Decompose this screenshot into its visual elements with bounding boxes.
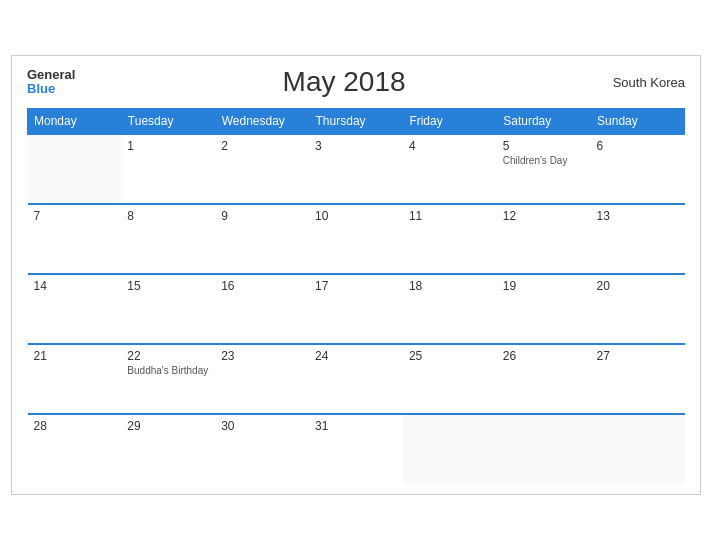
weekday-header-sunday: Sunday (591, 109, 685, 135)
day-cell: 21 (28, 344, 122, 414)
calendar-title: May 2018 (283, 66, 406, 98)
day-cell: 3 (309, 134, 403, 204)
weekday-header-friday: Friday (403, 109, 497, 135)
week-row-5: 28293031 (28, 414, 685, 484)
day-cell (403, 414, 497, 484)
day-cell (497, 414, 591, 484)
logo-blue-text: Blue (27, 82, 75, 96)
day-number: 10 (315, 209, 397, 223)
week-row-4: 2122Buddha's Birthday2324252627 (28, 344, 685, 414)
day-number: 20 (597, 279, 679, 293)
day-number: 11 (409, 209, 491, 223)
day-cell: 4 (403, 134, 497, 204)
day-cell: 12 (497, 204, 591, 274)
day-number: 28 (34, 419, 116, 433)
day-number: 6 (597, 139, 679, 153)
day-cell: 20 (591, 274, 685, 344)
day-number: 24 (315, 349, 397, 363)
day-number: 22 (127, 349, 209, 363)
calendar-country: South Korea (613, 75, 685, 90)
day-cell: 1 (121, 134, 215, 204)
calendar-container: General Blue May 2018 South Korea Monday… (11, 55, 701, 495)
day-cell: 28 (28, 414, 122, 484)
day-number: 25 (409, 349, 491, 363)
day-cell: 18 (403, 274, 497, 344)
day-number: 31 (315, 419, 397, 433)
day-cell: 15 (121, 274, 215, 344)
day-number: 7 (34, 209, 116, 223)
day-number: 14 (34, 279, 116, 293)
day-cell: 9 (215, 204, 309, 274)
weekday-header-saturday: Saturday (497, 109, 591, 135)
day-number: 4 (409, 139, 491, 153)
logo-general-text: General (27, 68, 75, 82)
day-cell (591, 414, 685, 484)
day-number: 29 (127, 419, 209, 433)
day-number: 23 (221, 349, 303, 363)
day-cell: 26 (497, 344, 591, 414)
day-cell: 31 (309, 414, 403, 484)
event-text: Buddha's Birthday (127, 365, 209, 377)
day-number: 2 (221, 139, 303, 153)
day-number: 17 (315, 279, 397, 293)
day-number: 13 (597, 209, 679, 223)
day-cell: 16 (215, 274, 309, 344)
weekday-header-row: MondayTuesdayWednesdayThursdayFridaySatu… (28, 109, 685, 135)
day-cell: 22Buddha's Birthday (121, 344, 215, 414)
event-text: Children's Day (503, 155, 585, 167)
weekday-header-tuesday: Tuesday (121, 109, 215, 135)
day-cell: 13 (591, 204, 685, 274)
day-cell: 7 (28, 204, 122, 274)
weekday-header-monday: Monday (28, 109, 122, 135)
day-number: 30 (221, 419, 303, 433)
day-cell: 10 (309, 204, 403, 274)
day-number: 12 (503, 209, 585, 223)
day-number: 1 (127, 139, 209, 153)
day-number: 27 (597, 349, 679, 363)
day-cell: 25 (403, 344, 497, 414)
calendar-header: General Blue May 2018 South Korea (27, 66, 685, 98)
weekday-header-wednesday: Wednesday (215, 109, 309, 135)
calendar-grid: MondayTuesdayWednesdayThursdayFridaySatu… (27, 108, 685, 484)
day-number: 16 (221, 279, 303, 293)
day-number: 26 (503, 349, 585, 363)
day-cell: 11 (403, 204, 497, 274)
day-cell: 24 (309, 344, 403, 414)
day-number: 8 (127, 209, 209, 223)
week-row-3: 14151617181920 (28, 274, 685, 344)
day-cell: 14 (28, 274, 122, 344)
day-number: 18 (409, 279, 491, 293)
week-row-1: 12345Children's Day6 (28, 134, 685, 204)
day-number: 5 (503, 139, 585, 153)
day-cell: 2 (215, 134, 309, 204)
day-number: 3 (315, 139, 397, 153)
week-row-2: 78910111213 (28, 204, 685, 274)
day-cell (28, 134, 122, 204)
weekday-header-thursday: Thursday (309, 109, 403, 135)
day-number: 9 (221, 209, 303, 223)
day-cell: 5Children's Day (497, 134, 591, 204)
day-cell: 30 (215, 414, 309, 484)
day-cell: 23 (215, 344, 309, 414)
day-cell: 8 (121, 204, 215, 274)
day-cell: 19 (497, 274, 591, 344)
day-cell: 29 (121, 414, 215, 484)
day-cell: 6 (591, 134, 685, 204)
day-cell: 27 (591, 344, 685, 414)
day-number: 21 (34, 349, 116, 363)
logo: General Blue (27, 68, 75, 97)
day-cell: 17 (309, 274, 403, 344)
day-number: 19 (503, 279, 585, 293)
day-number: 15 (127, 279, 209, 293)
